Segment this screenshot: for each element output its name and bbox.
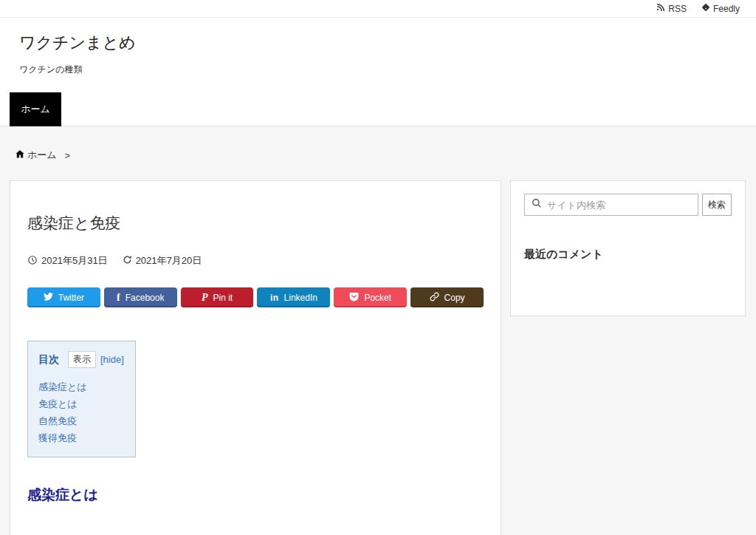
- twitter-share-button[interactable]: Twitter: [27, 287, 100, 307]
- site-header: ワクチンまとめ ワクチンの種類: [0, 18, 756, 92]
- facebook-share-label: Facebook: [126, 293, 165, 303]
- search-submit-button[interactable]: 検索: [702, 194, 732, 216]
- clock-icon: [27, 255, 38, 268]
- rss-icon: [656, 3, 665, 14]
- rss-link[interactable]: RSS: [656, 3, 687, 14]
- updated-date: 2021年7月20日: [123, 254, 202, 268]
- breadcrumb-home-label: ホーム: [27, 149, 57, 162]
- article-title: 感染症と免疫: [27, 213, 484, 234]
- published-date-text: 2021年5月31日: [41, 254, 108, 268]
- site-title[interactable]: ワクチンまとめ: [19, 33, 756, 53]
- article-meta: 2021年5月31日 2021年7月20日: [27, 254, 484, 268]
- search-row: 検索: [524, 194, 732, 216]
- pocket-icon: [349, 292, 359, 304]
- linkedin-share-button[interactable]: in LinkedIn: [257, 287, 330, 307]
- toc-header: 目次 表示 [hide]: [38, 351, 124, 368]
- toc-link-immunity[interactable]: 免疫とは: [38, 395, 124, 412]
- pinterest-share-label: Pin it: [213, 293, 233, 303]
- share-button-row: Twitter f Facebook P Pin it in LinkedIn …: [27, 287, 484, 307]
- toc-list: 感染症とは 免疫とは 自然免疫 獲得免疫: [38, 378, 124, 446]
- section-heading: 感染症とは: [27, 485, 484, 505]
- facebook-share-button[interactable]: f Facebook: [104, 287, 177, 307]
- toc-hide-link[interactable]: [hide]: [100, 354, 124, 365]
- copy-link-label: Copy: [444, 293, 465, 303]
- main-nav: ホーム: [0, 92, 756, 126]
- pinterest-share-button[interactable]: P Pin it: [181, 287, 254, 307]
- nav-tab-home[interactable]: ホーム: [10, 92, 61, 126]
- toc-title: 目次: [38, 353, 59, 367]
- search-icon: [532, 198, 542, 211]
- link-icon: [430, 292, 439, 304]
- toc-link-innate-immunity[interactable]: 自然免疫: [38, 412, 124, 429]
- top-utility-bar: RSS Feedly: [0, 0, 756, 18]
- feedly-icon: [701, 3, 710, 14]
- content-area: 感染症と免疫 2021年5月31日 2021年7月20日 Twitter f F…: [0, 180, 756, 535]
- linkedin-icon: in: [270, 293, 279, 303]
- pocket-share-button[interactable]: Pocket: [334, 287, 407, 307]
- breadcrumb-separator: >: [65, 150, 71, 161]
- table-of-contents: 目次 表示 [hide] 感染症とは 免疫とは 自然免疫 獲得免疫: [27, 341, 136, 457]
- copy-link-button[interactable]: Copy: [410, 287, 484, 307]
- published-date: 2021年5月31日: [27, 254, 108, 268]
- toc-link-acquired-immunity[interactable]: 獲得免疫: [38, 429, 124, 446]
- home-icon: [15, 149, 25, 161]
- breadcrumb: ホーム >: [15, 149, 756, 162]
- refresh-icon: [123, 255, 132, 267]
- pocket-share-label: Pocket: [364, 293, 391, 303]
- updated-date-text: 2021年7月20日: [136, 254, 202, 268]
- recent-comments-heading: 最近のコメント: [524, 248, 732, 262]
- pinterest-icon: P: [202, 292, 208, 304]
- feedly-link[interactable]: Feedly: [701, 3, 740, 14]
- breadcrumb-home-link[interactable]: ホーム: [15, 149, 57, 162]
- twitter-share-label: Twitter: [58, 293, 84, 303]
- article-card: 感染症と免疫 2021年5月31日 2021年7月20日 Twitter f F…: [10, 180, 501, 535]
- rss-label: RSS: [668, 4, 687, 14]
- twitter-icon: [44, 293, 53, 303]
- search-input-wrap: [524, 194, 698, 216]
- feedly-label: Feedly: [713, 4, 740, 14]
- sidebar: 検索 最近のコメント: [510, 180, 746, 316]
- site-subtitle: ワクチンの種類: [19, 64, 756, 76]
- facebook-icon: f: [117, 292, 120, 304]
- toc-show-toggle[interactable]: 表示: [68, 351, 96, 368]
- toc-link-infection[interactable]: 感染症とは: [38, 378, 124, 395]
- linkedin-share-label: LinkedIn: [284, 293, 317, 303]
- site-search-input[interactable]: [547, 200, 691, 211]
